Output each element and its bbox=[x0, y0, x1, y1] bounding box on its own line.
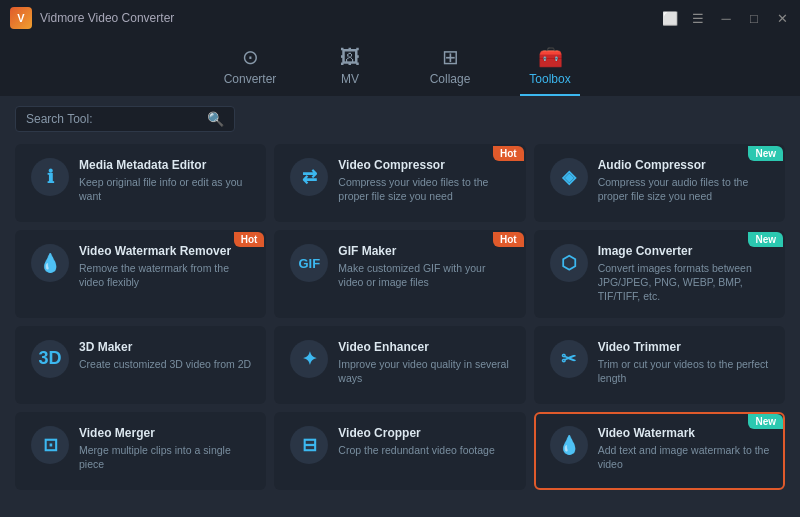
tab-converter-label: Converter bbox=[224, 72, 277, 86]
tool-icon-media-metadata-editor: ℹ bbox=[31, 158, 69, 196]
tool-info-media-metadata-editor: Media Metadata EditorKeep original file … bbox=[79, 158, 252, 203]
app-logo: V bbox=[10, 7, 32, 29]
converter-icon: ⊙ bbox=[242, 45, 259, 69]
tab-toolbox-label: Toolbox bbox=[529, 72, 570, 86]
tool-card-video-enhancer[interactable]: ✦Video EnhancerImprove your video qualit… bbox=[274, 326, 525, 404]
tool-info-video-cropper: Video CropperCrop the redundant video fo… bbox=[338, 426, 511, 457]
tool-name-image-converter: Image Converter bbox=[598, 244, 771, 258]
tool-icon-gif-maker: GIF bbox=[290, 244, 328, 282]
tool-desc-audio-compressor: Compress your audio files to the proper … bbox=[598, 175, 771, 203]
tool-icon-video-watermark-remover: 💧 bbox=[31, 244, 69, 282]
monitor-icon[interactable]: ⬜ bbox=[662, 10, 678, 26]
tool-name-video-enhancer: Video Enhancer bbox=[338, 340, 511, 354]
tool-card-video-watermark-remover[interactable]: Hot💧Video Watermark RemoverRemove the wa… bbox=[15, 230, 266, 318]
tool-grid: ℹMedia Metadata EditorKeep original file… bbox=[15, 144, 785, 490]
tool-icon-video-cropper: ⊟ bbox=[290, 426, 328, 464]
tab-mv-label: MV bbox=[341, 72, 359, 86]
tool-info-image-converter: Image ConverterConvert images formats be… bbox=[598, 244, 771, 304]
search-label: Search Tool: bbox=[26, 112, 93, 126]
title-bar-controls: ⬜ ☰ ─ □ ✕ bbox=[662, 10, 790, 26]
tool-icon-video-merger: ⊡ bbox=[31, 426, 69, 464]
tool-desc-video-merger: Merge multiple clips into a single piece bbox=[79, 443, 252, 471]
main-content: Search Tool: 🔍 ℹMedia Metadata EditorKee… bbox=[0, 96, 800, 517]
tool-desc-video-enhancer: Improve your video quality in several wa… bbox=[338, 357, 511, 385]
tool-name-audio-compressor: Audio Compressor bbox=[598, 158, 771, 172]
tool-card-3d-maker[interactable]: 3D3D MakerCreate customized 3D video fro… bbox=[15, 326, 266, 404]
tool-name-video-watermark-remover: Video Watermark Remover bbox=[79, 244, 252, 258]
tool-name-video-merger: Video Merger bbox=[79, 426, 252, 440]
menu-icon[interactable]: ☰ bbox=[690, 10, 706, 26]
tool-desc-video-compressor: Compress your video files to the proper … bbox=[338, 175, 511, 203]
tool-name-video-compressor: Video Compressor bbox=[338, 158, 511, 172]
close-icon[interactable]: ✕ bbox=[774, 10, 790, 26]
tool-card-video-merger[interactable]: ⊡Video MergerMerge multiple clips into a… bbox=[15, 412, 266, 490]
maximize-icon[interactable]: □ bbox=[746, 10, 762, 26]
tab-toolbox[interactable]: 🧰 Toolbox bbox=[520, 45, 580, 96]
tab-collage[interactable]: ⊞ Collage bbox=[420, 45, 480, 96]
tab-converter[interactable]: ⊙ Converter bbox=[220, 45, 280, 96]
tool-icon-video-compressor: ⇄ bbox=[290, 158, 328, 196]
tool-info-video-compressor: Video CompressorCompress your video file… bbox=[338, 158, 511, 203]
title-bar: V Vidmore Video Converter ⬜ ☰ ─ □ ✕ bbox=[0, 0, 800, 36]
tool-desc-media-metadata-editor: Keep original file info or edit as you w… bbox=[79, 175, 252, 203]
collage-icon: ⊞ bbox=[442, 45, 459, 69]
tool-name-3d-maker: 3D Maker bbox=[79, 340, 252, 354]
tool-card-video-cropper[interactable]: ⊟Video CropperCrop the redundant video f… bbox=[274, 412, 525, 490]
title-bar-left: V Vidmore Video Converter bbox=[10, 7, 174, 29]
tool-info-video-watermark: Video WatermarkAdd text and image waterm… bbox=[598, 426, 771, 471]
badge-gif-maker: Hot bbox=[493, 232, 524, 247]
tool-name-media-metadata-editor: Media Metadata Editor bbox=[79, 158, 252, 172]
minimize-icon[interactable]: ─ bbox=[718, 10, 734, 26]
tool-info-video-trimmer: Video TrimmerTrim or cut your videos to … bbox=[598, 340, 771, 385]
tool-icon-video-enhancer: ✦ bbox=[290, 340, 328, 378]
tool-desc-video-watermark-remover: Remove the watermark from the video flex… bbox=[79, 261, 252, 289]
tool-icon-image-converter: ⬡ bbox=[550, 244, 588, 282]
badge-video-watermark-remover: Hot bbox=[234, 232, 265, 247]
tool-icon-video-watermark: 💧 bbox=[550, 426, 588, 464]
tool-icon-3d-maker: 3D bbox=[31, 340, 69, 378]
tool-desc-image-converter: Convert images formats between JPG/JPEG,… bbox=[598, 261, 771, 304]
tool-info-3d-maker: 3D MakerCreate customized 3D video from … bbox=[79, 340, 252, 371]
tool-card-video-compressor[interactable]: Hot⇄Video CompressorCompress your video … bbox=[274, 144, 525, 222]
tool-desc-video-cropper: Crop the redundant video footage bbox=[338, 443, 511, 457]
app-title: Vidmore Video Converter bbox=[40, 11, 174, 25]
tool-card-media-metadata-editor[interactable]: ℹMedia Metadata EditorKeep original file… bbox=[15, 144, 266, 222]
tool-name-video-cropper: Video Cropper bbox=[338, 426, 511, 440]
tool-card-video-trimmer[interactable]: ✂Video TrimmerTrim or cut your videos to… bbox=[534, 326, 785, 404]
tool-info-video-watermark-remover: Video Watermark RemoverRemove the waterm… bbox=[79, 244, 252, 289]
badge-video-watermark: New bbox=[748, 414, 783, 429]
tool-icon-video-trimmer: ✂ bbox=[550, 340, 588, 378]
tool-name-gif-maker: GIF Maker bbox=[338, 244, 511, 258]
badge-video-compressor: Hot bbox=[493, 146, 524, 161]
tool-info-audio-compressor: Audio CompressorCompress your audio file… bbox=[598, 158, 771, 203]
search-bar: Search Tool: 🔍 bbox=[15, 106, 235, 132]
tool-info-video-merger: Video MergerMerge multiple clips into a … bbox=[79, 426, 252, 471]
tool-card-audio-compressor[interactable]: New◈Audio CompressorCompress your audio … bbox=[534, 144, 785, 222]
tool-icon-audio-compressor: ◈ bbox=[550, 158, 588, 196]
badge-audio-compressor: New bbox=[748, 146, 783, 161]
tool-card-gif-maker[interactable]: HotGIFGIF MakerMake customized GIF with … bbox=[274, 230, 525, 318]
tool-info-gif-maker: GIF MakerMake customized GIF with your v… bbox=[338, 244, 511, 289]
toolbox-icon: 🧰 bbox=[538, 45, 563, 69]
tool-info-video-enhancer: Video EnhancerImprove your video quality… bbox=[338, 340, 511, 385]
tool-card-video-watermark[interactable]: New💧Video WatermarkAdd text and image wa… bbox=[534, 412, 785, 490]
search-icon[interactable]: 🔍 bbox=[207, 111, 224, 127]
nav-tabs: ⊙ Converter 🖼 MV ⊞ Collage 🧰 Toolbox bbox=[0, 36, 800, 96]
search-input[interactable] bbox=[99, 112, 208, 126]
tool-name-video-trimmer: Video Trimmer bbox=[598, 340, 771, 354]
badge-image-converter: New bbox=[748, 232, 783, 247]
tab-mv[interactable]: 🖼 MV bbox=[320, 46, 380, 96]
tool-desc-3d-maker: Create customized 3D video from 2D bbox=[79, 357, 252, 371]
tool-desc-gif-maker: Make customized GIF with your video or i… bbox=[338, 261, 511, 289]
tool-name-video-watermark: Video Watermark bbox=[598, 426, 771, 440]
mv-icon: 🖼 bbox=[340, 46, 360, 69]
tab-collage-label: Collage bbox=[430, 72, 471, 86]
tool-desc-video-trimmer: Trim or cut your videos to the perfect l… bbox=[598, 357, 771, 385]
tool-card-image-converter[interactable]: New⬡Image ConverterConvert images format… bbox=[534, 230, 785, 318]
tool-desc-video-watermark: Add text and image watermark to the vide… bbox=[598, 443, 771, 471]
